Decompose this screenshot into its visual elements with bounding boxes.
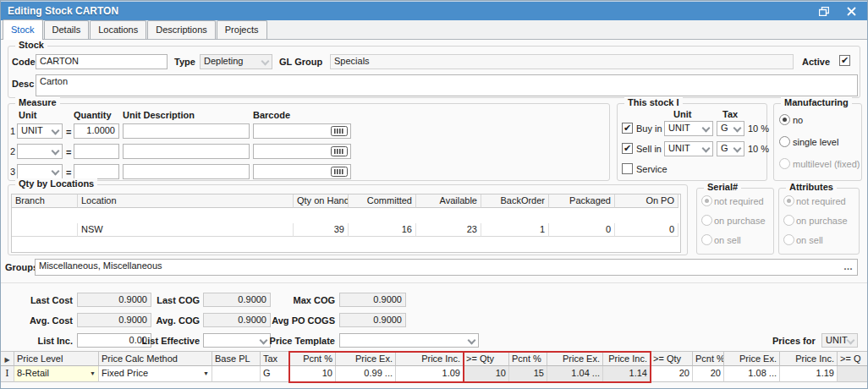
chevron-down-icon (702, 145, 711, 153)
qty-header-backorder[interactable]: BackOrder (481, 194, 549, 208)
measure-quantity-input-3[interactable] (74, 164, 119, 179)
qty-cell-backorder[interactable]: 1 (481, 223, 549, 237)
price-cell-price-ex-2[interactable]: 1.04 ... (547, 366, 603, 382)
price-header-price-ex-2[interactable]: Price Ex. (547, 351, 603, 366)
serial-on-sell-label: on sell (714, 235, 741, 245)
measure-description-input-2[interactable] (123, 144, 250, 159)
price-header-base-pl[interactable]: Base PL (212, 351, 261, 366)
qty-header-qty-on-hand[interactable]: Qty on Hand (294, 194, 349, 208)
qty-cell-available[interactable]: 23 (416, 223, 481, 237)
qty-header-branch[interactable]: Branch (12, 194, 78, 208)
qty-cell-packaged[interactable]: 0 (549, 223, 615, 237)
tab-bar: Stock Details Locations Descriptions Pro… (1, 20, 867, 40)
tab-stock[interactable]: Stock (3, 19, 43, 40)
price-header-qty-3[interactable]: >= Qty (651, 351, 693, 366)
price-cell-price-ex-3[interactable]: 1.08 ... (724, 366, 780, 382)
price-header-qty-2[interactable]: >= Qty (464, 351, 509, 366)
active-checkbox[interactable]: ✔ (839, 55, 850, 66)
price-cell-pcnt-3[interactable]: 20 (693, 366, 724, 382)
measure-barcode-input-1[interactable] (253, 123, 351, 139)
price-header-price-ex-3[interactable]: Price Ex. (724, 351, 780, 366)
tab-locations[interactable]: Locations (90, 20, 146, 39)
measure-quantity-input-2[interactable] (74, 144, 119, 159)
manufacturing-multi-label: multilevel (fixed) (793, 159, 860, 169)
price-header-price-inc-1[interactable]: Price Inc. (396, 351, 464, 366)
sell-tax-select[interactable]: G (717, 141, 744, 156)
qty-cell-committed[interactable]: 16 (349, 223, 416, 237)
restore-button[interactable] (815, 4, 833, 19)
price-cell-price-inc-3[interactable]: 1.19 (780, 366, 838, 382)
qty-header-available[interactable]: Available (416, 194, 481, 208)
ellipsis-button[interactable]: … (843, 261, 853, 272)
measure-barcode-input-2[interactable] (253, 144, 351, 159)
buy-in-checkbox[interactable]: ✔ (622, 123, 633, 134)
price-cell-price-inc-1[interactable]: 1.09 (396, 366, 464, 382)
service-checkbox[interactable] (622, 163, 633, 174)
manufacturing-single-radio[interactable] (779, 136, 790, 147)
measure-description-input-3[interactable] (123, 164, 250, 179)
price-cell-calc-method[interactable]: Fixed Price▼ (99, 366, 212, 382)
attributes-on-purchase-radio (783, 215, 794, 226)
price-template-label: Price Template (253, 336, 335, 346)
price-header-price-inc-2[interactable]: Price Inc. (603, 351, 651, 366)
qty-header-on-po[interactable]: On PO (615, 194, 678, 208)
price-header-price-level[interactable]: Price Level (14, 351, 99, 366)
measure-unit-select-2[interactable] (17, 144, 63, 159)
qty-header-committed[interactable]: Committed (349, 194, 416, 208)
qty-cell-location[interactable]: NSW (78, 223, 294, 237)
barcode-button[interactable] (331, 146, 348, 156)
buy-unit-select[interactable]: UNIT (664, 121, 713, 136)
measure-quantity-input-1[interactable]: 1.0000 (74, 123, 119, 139)
qty-cell-branch[interactable] (12, 223, 78, 237)
code-input[interactable]: CARTON (36, 54, 168, 69)
groups-field[interactable]: Miscellaneous, Miscellaneous … (35, 259, 858, 276)
price-cell-pcnt-1[interactable]: 10 (289, 366, 336, 382)
measure-unit-select-1[interactable]: UNIT (17, 123, 63, 139)
tab-details[interactable]: Details (44, 20, 90, 39)
barcode-button[interactable] (331, 167, 348, 177)
price-cell-pcnt-2[interactable]: 15 (509, 366, 547, 382)
gl-group-field[interactable]: Specials (330, 54, 794, 69)
manufacturing-no-radio[interactable] (779, 114, 790, 125)
price-header-pcnt-1[interactable]: Pcnt % (289, 351, 336, 366)
desc-input[interactable]: Carton (36, 74, 858, 96)
max-cog-label: Max COG (253, 295, 335, 305)
dropdown-arrow-icon[interactable]: ▼ (90, 370, 96, 376)
price-header-price-inc-3[interactable]: Price Inc. (780, 351, 838, 366)
sell-in-checkbox[interactable]: ✔ (622, 143, 633, 154)
price-header-qty-4[interactable]: >= Q (838, 351, 868, 366)
qty-cell-qty-on-hand[interactable]: 39 (294, 223, 349, 237)
price-header-tax[interactable]: Tax (261, 351, 289, 366)
price-cell-price-ex-1[interactable]: 0.99 ... (336, 366, 396, 382)
price-cell-qty-2[interactable]: 10 (464, 366, 509, 382)
measure-unit-select-3[interactable] (17, 164, 63, 179)
price-header-pcnt-2[interactable]: Pcnt % (509, 351, 547, 366)
dropdown-arrow-icon[interactable]: ▼ (203, 370, 209, 376)
measure-description-input-1[interactable] (123, 123, 250, 139)
price-header-calc-method[interactable]: Price Calc Method (99, 351, 212, 366)
qty-cell-on-po[interactable]: 0 (615, 223, 678, 237)
price-cell-base-pl[interactable] (212, 366, 261, 382)
tab-projects[interactable]: Projects (217, 20, 267, 39)
price-header-price-ex-1[interactable]: Price Ex. (336, 351, 396, 366)
qty-header-location[interactable]: Location (78, 194, 294, 208)
price-template-select[interactable] (339, 333, 479, 348)
sell-unit-select[interactable]: UNIT (664, 141, 713, 156)
price-cell-tax[interactable]: G (261, 366, 289, 382)
tab-descriptions[interactable]: Descriptions (147, 20, 216, 39)
gl-group-label: GL Group (279, 57, 322, 67)
prices-for-select[interactable]: UNIT (821, 333, 858, 348)
price-cell-price-level[interactable]: 8-Retail▼ (14, 366, 99, 382)
type-select[interactable]: Depleting (200, 54, 272, 69)
close-button[interactable] (842, 4, 860, 19)
sell-tax-rate: 10 % (748, 144, 769, 154)
price-cell-qty-3[interactable]: 20 (651, 366, 693, 382)
price-cell-qty-4[interactable] (838, 366, 868, 382)
barcode-button[interactable] (331, 126, 348, 136)
this-stock-group: This stock I Unit Tax ✔ Buy in UNIT G 10… (617, 103, 767, 181)
measure-barcode-input-3[interactable] (253, 164, 351, 179)
price-header-pcnt-3[interactable]: Pcnt % (693, 351, 724, 366)
buy-tax-select[interactable]: G (717, 121, 744, 136)
qty-header-packaged[interactable]: Packaged (549, 194, 615, 208)
price-cell-price-inc-2[interactable]: 1.14 (603, 366, 651, 382)
